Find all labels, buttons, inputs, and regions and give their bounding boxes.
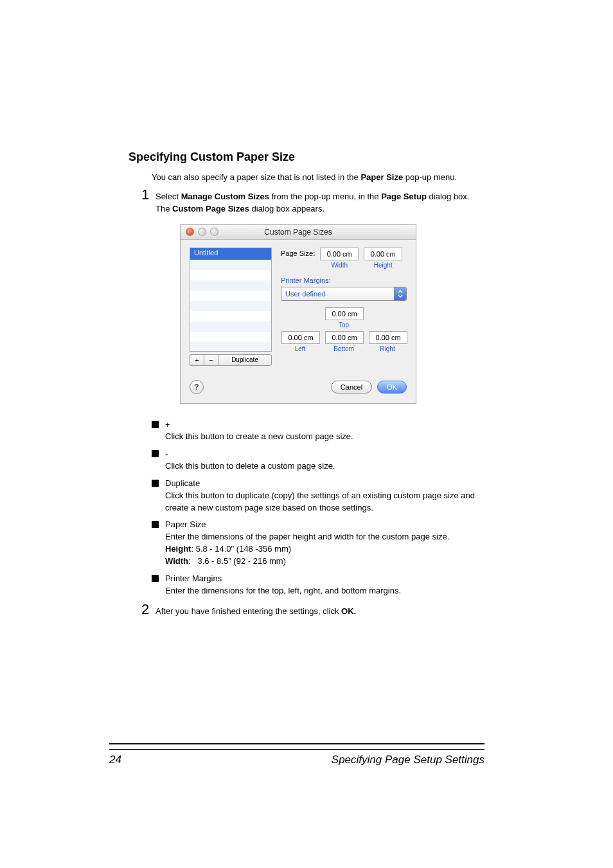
step1-bold1: Manage Custom Sizes: [181, 192, 269, 201]
height-input[interactable]: 0.00 cm: [364, 248, 402, 260]
margin-left-label: Left: [281, 345, 319, 352]
page-number: 24: [109, 754, 121, 766]
bullet-title: Printer Margins: [165, 573, 484, 585]
intro-bold: Paper Size: [360, 172, 403, 182]
dialog-titlebar: Custom Page Sizes: [181, 225, 416, 240]
step1-mid: from the pop-up menu, in the: [269, 192, 381, 201]
margin-top-input[interactable]: 0.00 cm: [325, 307, 364, 320]
page-footer: 24 Specifying Page Setup Settings: [109, 743, 484, 766]
select-value: User defined: [281, 290, 394, 298]
bullet-body: Enter the dimensions of the paper height…: [165, 531, 484, 543]
height-sublabel: Height: [364, 262, 402, 269]
margin-bottom-input[interactable]: 0.00 cm: [325, 331, 364, 344]
duplicate-button[interactable]: Duplicate: [218, 354, 272, 366]
step2-pre: After you have finished entering the set…: [155, 606, 341, 616]
bullet-icon: [152, 521, 159, 528]
bullet-title: -: [165, 448, 484, 460]
remove-button[interactable]: −: [204, 354, 218, 366]
bullet-icon: [152, 575, 159, 582]
width-input[interactable]: 0.00 cm: [320, 248, 359, 260]
help-button[interactable]: ?: [190, 380, 204, 394]
height-value: : 5.8 - 14.0" (148 -356 mm): [191, 544, 291, 554]
ok-button[interactable]: OK: [377, 381, 407, 393]
bullet-body: Click this button to delete a custom pag…: [165, 460, 484, 473]
step-1-number: 1: [141, 188, 155, 202]
bullet-body: Click this button to create a new custom…: [165, 431, 484, 443]
printer-margins-label: Printer Margins:: [281, 276, 407, 284]
footer-title: Specifying Page Setup Settings: [121, 754, 484, 766]
intro-paragraph: You can also specify a paper size that i…: [152, 172, 484, 184]
intro-pre: You can also specify a paper size that i…: [152, 172, 360, 182]
margin-top-label: Top: [325, 321, 362, 329]
bullet-title: +: [165, 419, 484, 431]
add-button[interactable]: +: [190, 354, 204, 366]
step-2: 2 After you have finished entering the s…: [141, 602, 484, 618]
step1-line2-bold: Custom Page Sizes: [172, 204, 249, 213]
step2-bold: OK.: [341, 606, 356, 616]
bullet-body: Click this button to duplicate (copy) th…: [165, 490, 484, 514]
bullet-title: Paper Size: [165, 519, 484, 531]
step1-bold2: Page Setup: [381, 192, 427, 201]
dialog-title: Custom Page Sizes: [181, 228, 416, 237]
bullet-body: Enter the dimensions for the top, left, …: [165, 585, 484, 597]
list-item-selected[interactable]: Untitled: [190, 248, 271, 260]
bullet-minus: - Click this button to delete a custom p…: [152, 448, 484, 473]
bullet-title: Duplicate: [165, 478, 484, 490]
width-label: Width: [165, 556, 188, 566]
bullet-printer-margins: Printer Margins Enter the dimensions for…: [152, 573, 484, 597]
margin-right-input[interactable]: 0.00 cm: [369, 331, 407, 344]
chevron-updown-icon: [394, 287, 406, 300]
section-heading: Specifying Custom Paper Size: [129, 150, 484, 164]
width-value: : 3.6 - 8.5" (92 - 216 mm): [188, 556, 286, 566]
margin-right-label: Right: [369, 345, 406, 352]
intro-post: pop-up menu.: [403, 172, 457, 182]
page-size-label: Page Size:: [281, 248, 315, 257]
step1-line2-pre: The: [155, 204, 172, 213]
step1-pre: Select: [155, 192, 181, 201]
printer-margins-select[interactable]: User defined: [281, 287, 407, 301]
cancel-button[interactable]: Cancel: [331, 381, 372, 393]
height-label: Height: [165, 544, 191, 554]
step1-line2-post: dialog box appears.: [249, 204, 324, 213]
step-2-number: 2: [141, 602, 155, 617]
bullet-icon: [152, 450, 159, 457]
bullet-plus: + Click this button to create a new cust…: [152, 419, 484, 444]
bullet-paper-size: Paper Size Enter the dimensions of the p…: [152, 519, 484, 567]
bullet-icon: [152, 421, 159, 428]
margin-left-input[interactable]: 0.00 cm: [281, 331, 320, 344]
step1-post: dialog box.: [427, 192, 470, 201]
custom-sizes-list[interactable]: Untitled: [190, 248, 272, 352]
bullet-duplicate: Duplicate Click this button to duplicate…: [152, 478, 484, 514]
step-1: 1 Select Manage Custom Sizes from the po…: [141, 188, 484, 203]
width-sublabel: Width: [320, 262, 359, 269]
bullet-icon: [152, 480, 159, 487]
custom-page-sizes-dialog: Custom Page Sizes Untitled: [180, 224, 416, 404]
margin-bottom-label: Bottom: [325, 345, 362, 352]
